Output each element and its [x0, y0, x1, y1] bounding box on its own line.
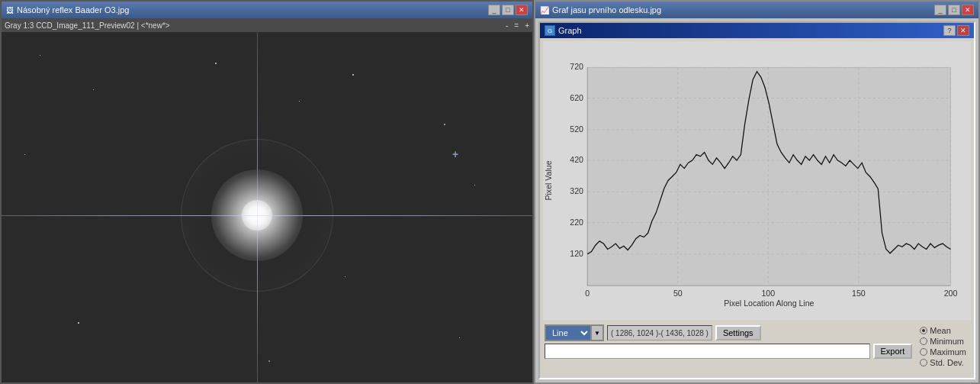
- minimum-label: Minimum: [930, 337, 964, 346]
- right-window-title: Graf jasu prvního odlesku.jpg: [552, 5, 661, 15]
- right-window: 📈 Graf jasu prvního odlesku.jpg _ □ ✕ G …: [534, 0, 980, 384]
- svg-rect-1: [587, 67, 950, 286]
- star-7: [24, 154, 25, 155]
- graph-dialog-titlebar: G Graph ? ✕: [540, 23, 974, 38]
- left-close-button[interactable]: ✕: [516, 5, 528, 15]
- mean-radio[interactable]: [920, 327, 927, 334]
- toolbar-equals[interactable]: =: [514, 21, 519, 30]
- controls-row-1: Line ▼ ( 1286, 1024 )-( 1436, 1028 ) Set…: [545, 324, 912, 341]
- controls-left: Line ▼ ( 1286, 1024 )-( 1436, 1028 ) Set…: [545, 324, 912, 359]
- image-area: +: [2, 32, 532, 382]
- star-11: [474, 185, 475, 186]
- dropdown-arrow[interactable]: ▼: [591, 325, 603, 340]
- radio-controls: Mean Minimum Maximum Std. Dev.: [917, 324, 969, 369]
- star-6: [40, 55, 40, 56]
- svg-text:Pixel Value: Pixel Value: [544, 160, 553, 200]
- toolbar-minus[interactable]: -: [506, 21, 508, 30]
- right-titlebar: 📈 Graf jasu prvního odlesku.jpg _ □ ✕: [535, 2, 978, 18]
- right-window-icon: 📈: [540, 6, 549, 15]
- star-4: [299, 101, 300, 102]
- svg-text:220: 220: [570, 218, 583, 227]
- svg-text:Pixel Location Along Line: Pixel Location Along Line: [724, 298, 814, 308]
- left-maximize-button[interactable]: □: [502, 5, 514, 15]
- graph-help-button[interactable]: ?: [943, 25, 956, 36]
- right-close-button[interactable]: ✕: [962, 5, 974, 15]
- svg-text:420: 420: [570, 155, 583, 164]
- stddev-label: Std. Dev.: [930, 358, 963, 367]
- line-dropdown[interactable]: Line: [545, 325, 591, 340]
- image-toolbar: Gray 1:3 CCD_Image_111_Preview02 | <*new…: [2, 18, 532, 32]
- right-maximize-button[interactable]: □: [948, 5, 960, 15]
- controls-row-2: Export: [545, 344, 912, 359]
- svg-text:150: 150: [852, 289, 866, 298]
- radio-maximum[interactable]: Maximum: [920, 347, 966, 357]
- svg-text:100: 100: [761, 289, 775, 298]
- graph-content: 720 620 520 420 320 220 120 0 50 100 150…: [540, 38, 974, 378]
- left-window-icon: 🖼: [6, 6, 14, 15]
- radio-minimum[interactable]: Minimum: [920, 337, 966, 346]
- toolbar-text: Gray 1:3 CCD_Image_111_Preview02 | <*new…: [5, 21, 170, 30]
- star-5: [444, 124, 445, 125]
- dialog-title-left: G Graph: [545, 25, 582, 36]
- graph-dialog-icon: G: [545, 25, 555, 36]
- toolbar-right: - = +: [506, 21, 529, 30]
- left-window-title: Násobný reflex Baader O3.jpg: [17, 5, 129, 15]
- svg-text:0: 0: [585, 289, 590, 298]
- coord-display: ( 1286, 1024 )-( 1436, 1028 ): [607, 325, 712, 340]
- svg-text:320: 320: [570, 186, 583, 195]
- dialog-controls: ? ✕: [943, 25, 969, 36]
- star-9: [459, 337, 460, 338]
- plus-marker: +: [452, 148, 458, 160]
- svg-text:720: 720: [570, 62, 583, 71]
- graph-controls: Line ▼ ( 1286, 1024 )-( 1436, 1028 ) Set…: [543, 321, 971, 375]
- graph-svg: 720 620 520 420 320 220 120 0 50 100 150…: [543, 41, 971, 320]
- right-titlebar-controls: _ □ ✕: [934, 5, 974, 15]
- left-window: 🖼 Násobný reflex Baader O3.jpg _ □ ✕ Gra…: [0, 0, 534, 384]
- crosshair-vertical: [257, 32, 258, 382]
- star-10: [345, 276, 345, 277]
- right-minimize-button[interactable]: _: [934, 5, 946, 15]
- graph-dialog-title: Graph: [558, 26, 582, 35]
- toolbar-plus[interactable]: +: [525, 21, 529, 30]
- crosshair-horizontal: [2, 215, 532, 216]
- radio-stddev[interactable]: Std. Dev.: [920, 358, 966, 367]
- left-titlebar-controls: _ □ ✕: [488, 5, 528, 15]
- graph-close-button[interactable]: ✕: [957, 25, 969, 36]
- export-button[interactable]: Export: [873, 344, 913, 359]
- right-title-group: 📈 Graf jasu prvního odlesku.jpg: [540, 5, 661, 15]
- svg-text:200: 200: [944, 289, 958, 298]
- star-1: [352, 74, 354, 76]
- settings-button[interactable]: Settings: [715, 325, 761, 340]
- maximum-radio[interactable]: [920, 348, 927, 356]
- svg-text:620: 620: [570, 93, 583, 102]
- svg-text:50: 50: [673, 289, 683, 298]
- star-12: [268, 360, 270, 362]
- svg-text:120: 120: [570, 249, 583, 258]
- label-input[interactable]: [545, 344, 870, 359]
- left-titlebar: 🖼 Násobný reflex Baader O3.jpg _ □ ✕: [2, 2, 532, 18]
- left-title-group: 🖼 Násobný reflex Baader O3.jpg: [6, 5, 129, 15]
- stddev-radio[interactable]: [920, 359, 927, 366]
- left-minimize-button[interactable]: _: [488, 5, 500, 15]
- star-8: [78, 322, 79, 324]
- svg-text:520: 520: [570, 124, 583, 134]
- star-3: [215, 63, 217, 64]
- minimum-radio[interactable]: [920, 337, 927, 345]
- mean-label: Mean: [930, 326, 951, 335]
- radio-mean[interactable]: Mean: [920, 326, 966, 335]
- star-2: [93, 89, 94, 90]
- maximum-label: Maximum: [930, 347, 966, 357]
- graph-plot-area: 720 620 520 420 320 220 120 0 50 100 150…: [543, 41, 971, 320]
- graph-dialog: G Graph ? ✕: [538, 21, 975, 379]
